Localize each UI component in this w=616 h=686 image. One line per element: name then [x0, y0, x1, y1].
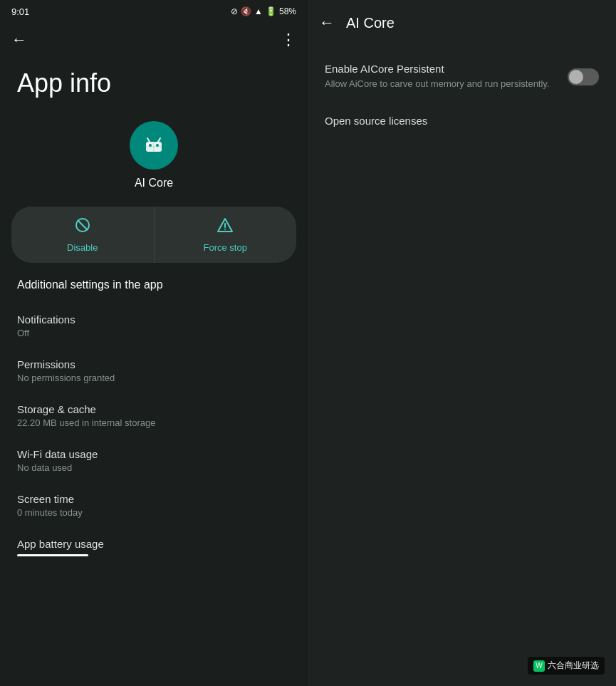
screen-time-subtitle: 0 minutes today — [17, 507, 291, 518]
screen-time-title: Screen time — [17, 493, 291, 505]
open-source-licenses-item[interactable]: Open source licenses — [308, 102, 616, 140]
battery-bar — [17, 554, 88, 556]
app-battery-title: App battery usage — [17, 538, 291, 550]
screen-time-item[interactable]: Screen time 0 minutes today — [17, 483, 291, 528]
battery-icon: 🔋 — [266, 6, 276, 16]
left-panel: 9:01 ⊘ 🔇 ▲ 🔋 58% ← ⋮ App info — [0, 0, 308, 686]
page-title: App info — [0, 57, 308, 115]
app-name-label: AI Core — [135, 177, 173, 189]
svg-point-2 — [149, 144, 152, 147]
warning-icon — [216, 217, 234, 238]
back-button[interactable]: ← — [11, 31, 27, 49]
notifications-subtitle: Off — [17, 328, 291, 338]
permissions-item[interactable]: Permissions No permissions granted — [17, 348, 291, 393]
disable-label: Disable — [67, 242, 98, 253]
svg-line-9 — [78, 220, 88, 230]
svg-point-3 — [156, 144, 159, 147]
notifications-item[interactable]: Notifications Off — [17, 303, 291, 348]
enable-aicore-subtitle: Allow AiCore to carve out memory and run… — [325, 78, 556, 90]
top-bar: ← ⋮ — [0, 23, 308, 57]
right-back-button[interactable]: ← — [319, 14, 335, 32]
wifi-data-subtitle: No data used — [17, 462, 291, 473]
battery-percent: 58% — [279, 6, 296, 16]
app-icon-section: AI Core — [0, 115, 308, 207]
watermark: W 六合商业研选 — [528, 657, 605, 675]
wifi-data-item[interactable]: Wi-Fi data usage No data used — [17, 438, 291, 483]
storage-cache-item[interactable]: Storage & cache 22.20 MB used in interna… — [17, 393, 291, 438]
watermark-text: 六合商业研选 — [548, 660, 599, 672]
status-icons: ⊘ 🔇 ▲ 🔋 58% — [231, 6, 296, 16]
additional-settings-item[interactable]: Additional settings in the app — [17, 269, 291, 303]
android-icon — [138, 130, 169, 161]
force-stop-label: Force stop — [204, 242, 247, 253]
svg-point-11 — [224, 229, 226, 230]
enable-aicore-toggle[interactable] — [568, 68, 599, 85]
silent-icon: 🔇 — [241, 6, 251, 16]
storage-cache-title: Storage & cache — [17, 403, 291, 415]
right-top-bar: ← AI Core — [308, 0, 616, 46]
force-stop-button[interactable]: Force stop — [155, 207, 297, 263]
wifi-off-icon: ⊘ — [231, 6, 238, 16]
wifi-data-title: Wi-Fi data usage — [17, 448, 291, 460]
action-buttons-container: Disable Force stop — [11, 207, 296, 263]
signal-icon: ▲ — [254, 6, 263, 16]
right-panel: ← AI Core Enable AICore Persistent Allow… — [308, 0, 616, 686]
app-icon — [130, 121, 178, 170]
disable-icon — [74, 217, 91, 238]
enable-aicore-text: Enable AICore Persistent Allow AiCore to… — [325, 63, 568, 90]
permissions-subtitle: No permissions granted — [17, 373, 291, 383]
notifications-title: Notifications — [17, 313, 291, 326]
storage-cache-subtitle: 22.20 MB used in internal storage — [17, 417, 291, 428]
disable-button[interactable]: Disable — [11, 207, 155, 263]
additional-settings-title: Additional settings in the app — [17, 279, 291, 291]
status-bar: 9:01 ⊘ 🔇 ▲ 🔋 58% — [0, 0, 308, 23]
right-panel-title: AI Core — [346, 15, 395, 31]
settings-list: Additional settings in the app Notificat… — [0, 269, 308, 686]
more-options-button[interactable]: ⋮ — [281, 31, 296, 49]
open-source-licenses-title: Open source licenses — [325, 115, 599, 127]
wechat-icon: W — [533, 660, 545, 672]
permissions-title: Permissions — [17, 358, 291, 370]
app-battery-item[interactable]: App battery usage — [17, 528, 291, 566]
right-content: Enable AICore Persistent Allow AiCore to… — [308, 46, 616, 145]
enable-aicore-item[interactable]: Enable AICore Persistent Allow AiCore to… — [308, 51, 616, 102]
enable-aicore-title: Enable AICore Persistent — [325, 63, 556, 75]
status-time: 9:01 — [11, 6, 29, 17]
